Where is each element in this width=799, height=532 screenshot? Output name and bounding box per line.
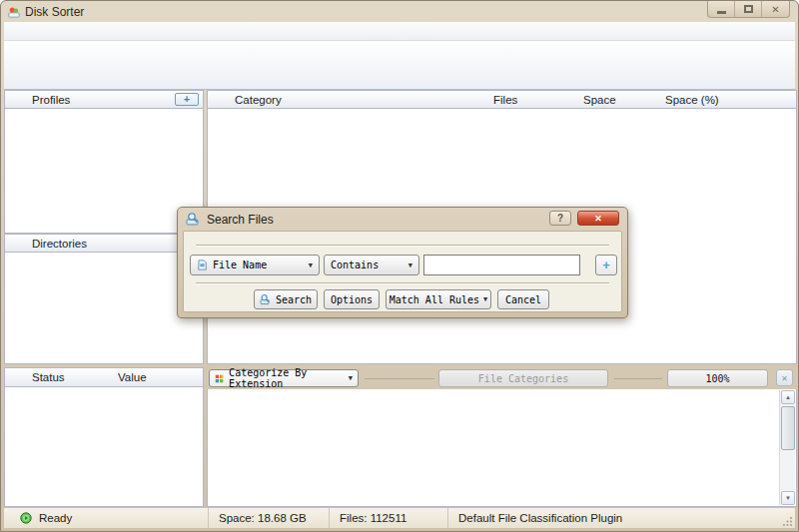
operator-value: Contains: [331, 260, 379, 270]
divider-line: [365, 378, 434, 379]
scroll-down-icon: ▼: [785, 495, 791, 501]
chevron-down-icon: ▼: [483, 295, 487, 303]
options-button[interactable]: Options: [324, 289, 380, 309]
directories-header-label: Directories: [32, 238, 87, 250]
column-header-space-percent[interactable]: Space (%): [665, 91, 719, 110]
app-icon: [8, 6, 20, 18]
status-panel-header: Status Value: [4, 367, 204, 387]
directories-list: [4, 253, 204, 364]
main-toolbar: [4, 41, 795, 90]
search-field-value: File Name: [213, 260, 267, 270]
title-bar: Disk Sorter ✕: [1, 1, 798, 22]
close-panel-button[interactable]: ✕: [776, 369, 793, 386]
ready-icon: [20, 512, 32, 524]
status-files-section: Files: 112511: [330, 508, 448, 528]
space-label: Space: 18.68 GB: [219, 512, 307, 524]
plugin-label: Default File Classification Plugin: [458, 512, 622, 524]
match-rules-value: Match All Rules: [390, 294, 479, 305]
extension-table: ▲ ▼: [207, 389, 797, 507]
file-categories-label: File Categories: [478, 373, 568, 384]
search-button-label: Search: [276, 294, 312, 305]
plus-icon: +: [602, 258, 610, 272]
separator: [196, 282, 609, 283]
column-header-category[interactable]: Category: [235, 91, 282, 110]
search-files-dialog: Search Files ? ✕ File Name ▼ Contains ▼ …: [177, 207, 628, 318]
plus-icon: +: [184, 93, 190, 105]
cancel-button-label: Cancel: [505, 294, 541, 305]
files-label: Files: 112511: [340, 512, 406, 524]
search-icon: [260, 293, 272, 305]
options-button-label: Options: [331, 294, 373, 305]
maximize-icon: [744, 5, 753, 13]
divider-line: [614, 378, 662, 379]
zoom-level-label: 100%: [705, 373, 729, 384]
chevron-down-icon: ▼: [408, 262, 412, 269]
categorize-label: Categorize By Extension: [229, 367, 344, 389]
add-profile-button[interactable]: +: [175, 93, 199, 106]
dialog-title-bar: Search Files ? ✕: [178, 208, 627, 231]
grid-icon: [215, 373, 224, 384]
chevron-down-icon: ▼: [349, 374, 353, 382]
category-table-header: Category Files Space Space (%): [207, 90, 797, 109]
categorize-dropdown[interactable]: Categorize By Extension ▼: [209, 369, 359, 387]
status-column-header: Status: [32, 368, 65, 387]
file-icon: [197, 260, 208, 270]
scroll-down-button[interactable]: ▼: [781, 491, 795, 505]
close-icon: ✕: [781, 372, 787, 383]
window-title: Disk Sorter: [25, 5, 84, 19]
disk-sorter-window: Disk Sorter ✕ Profiles + Directories Sta…: [0, 0, 799, 532]
search-button[interactable]: Search: [254, 289, 318, 309]
ready-label: Ready: [39, 512, 72, 524]
add-rule-button[interactable]: +: [595, 255, 617, 275]
chevron-down-icon: ▼: [309, 262, 313, 269]
profiles-header: Profiles +: [4, 90, 204, 109]
dialog-help-button[interactable]: ?: [549, 211, 571, 226]
minimize-button[interactable]: [708, 1, 735, 17]
scrollbar-thumb[interactable]: [781, 406, 795, 450]
directories-header: Directories: [4, 234, 204, 253]
search-term-input[interactable]: [423, 255, 580, 275]
cancel-button[interactable]: Cancel: [497, 289, 549, 309]
column-header-space[interactable]: Space: [583, 91, 616, 110]
status-ready-section: Ready: [4, 508, 209, 528]
vertical-scrollbar[interactable]: ▲ ▼: [779, 390, 795, 505]
dialog-close-button[interactable]: ✕: [577, 211, 619, 226]
dialog-title: Search Files: [207, 213, 274, 227]
status-plugin-section: Default File Classification Plugin: [448, 508, 795, 528]
status-panel-list: [4, 387, 204, 507]
search-field-dropdown[interactable]: File Name ▼: [190, 255, 320, 275]
search-dialog-icon: [186, 212, 201, 227]
close-button[interactable]: ✕: [762, 1, 789, 17]
profiles-list: [4, 109, 204, 234]
file-categories-button[interactable]: File Categories: [438, 369, 608, 387]
match-rules-dropdown[interactable]: Match All Rules ▼: [386, 289, 491, 309]
column-header-files[interactable]: Files: [493, 91, 517, 110]
dialog-body: File Name ▼ Contains ▼ + Search Options …: [183, 231, 622, 312]
operator-dropdown[interactable]: Contains ▼: [324, 255, 419, 275]
value-column-header: Value: [118, 368, 147, 387]
help-icon: ?: [557, 213, 563, 224]
resize-grip[interactable]: [783, 516, 793, 526]
bottom-toolbar: Categorize By Extension ▼ File Categorie…: [207, 367, 797, 389]
menu-bar: [4, 22, 795, 41]
minimize-icon: [717, 11, 726, 14]
window-controls: ✕: [707, 1, 790, 18]
status-space-section: Space: 18.68 GB: [209, 508, 330, 528]
status-bar: Ready Space: 18.68 GB Files: 112511 Defa…: [4, 507, 795, 528]
separator: [196, 245, 609, 246]
close-icon: ✕: [594, 214, 602, 224]
maximize-button[interactable]: [735, 1, 762, 17]
zoom-level-button[interactable]: 100%: [667, 369, 768, 387]
scroll-up-button[interactable]: ▲: [781, 390, 795, 404]
close-icon: ✕: [771, 4, 779, 15]
profiles-header-label: Profiles: [32, 94, 70, 106]
scroll-up-icon: ▲: [785, 394, 791, 400]
